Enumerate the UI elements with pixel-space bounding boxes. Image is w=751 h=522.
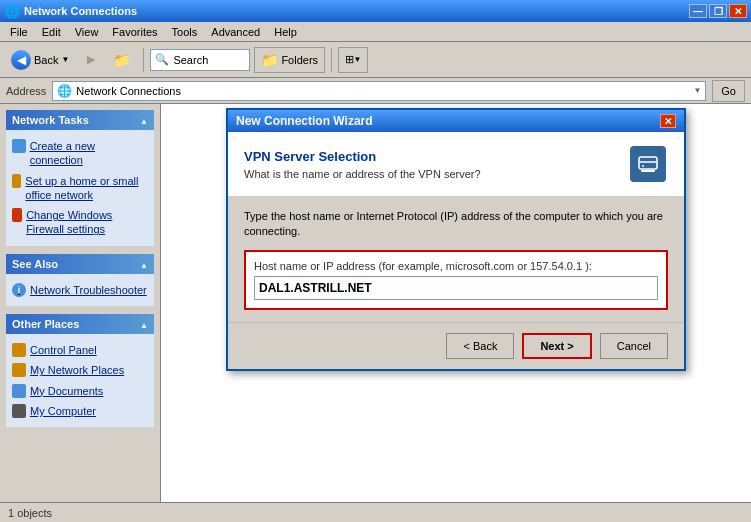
svg-rect-0	[639, 157, 657, 169]
wizard-header-icon	[628, 144, 668, 184]
address-dropdown-icon[interactable]: ▼	[693, 86, 701, 95]
main-content: Network Tasks Create a new connection Se…	[0, 104, 751, 502]
search-box[interactable]: 🔍 Search	[150, 49, 250, 71]
sidebar-item-my-computer[interactable]: My Computer	[10, 401, 150, 421]
wizard-overlay: New Connection Wizard ✕ VPN Server Selec…	[161, 104, 751, 502]
folder-icon: 📁	[261, 52, 278, 68]
wizard-header: VPN Server Selection What is the name or…	[228, 132, 684, 197]
toolbar-separator	[143, 48, 144, 72]
network-tasks-header[interactable]: Network Tasks	[6, 110, 154, 130]
network-tasks-content: Create a new connection Set up a home or…	[6, 130, 154, 246]
see-also-content: i Network Troubleshooter	[6, 274, 154, 306]
file-area: New Connection Wizard ✕ VPN Server Selec…	[160, 104, 751, 502]
sidebar-item-my-documents[interactable]: My Documents	[10, 381, 150, 401]
toolbar-separator-2	[331, 48, 332, 72]
address-icon: 🌐	[57, 84, 72, 98]
status-text: 1 objects	[8, 507, 52, 519]
wizard-section-title: VPN Server Selection	[244, 149, 481, 164]
wizard-footer: < Back Next > Cancel	[228, 322, 684, 369]
minimize-button[interactable]: —	[689, 4, 707, 18]
close-button[interactable]: ✕	[729, 4, 747, 18]
my-documents-icon	[12, 384, 26, 398]
sidebar-section-see-also: See Also i Network Troubleshooter	[6, 254, 154, 306]
vpn-host-input[interactable]	[254, 276, 658, 300]
sidebar-item-firewall[interactable]: Change Windows Firewall settings	[10, 205, 150, 240]
back-label: Back	[34, 54, 58, 66]
other-places-header[interactable]: Other Places	[6, 314, 154, 334]
svg-rect-3	[641, 170, 655, 172]
sidebar-item-create-connection[interactable]: Create a new connection	[10, 136, 150, 171]
see-also-header[interactable]: See Also	[6, 254, 154, 274]
home-office-icon	[12, 174, 21, 188]
back-button[interactable]: ◀ Back ▼	[4, 46, 76, 74]
wizard-description: Type the host name or Internet Protocol …	[244, 209, 668, 240]
forward-icon: ▶	[87, 53, 95, 66]
menu-bar: File Edit View Favorites Tools Advanced …	[0, 22, 751, 42]
address-value: Network Connections	[76, 85, 689, 97]
firewall-icon	[12, 208, 22, 222]
back-arrow-icon: ◀	[11, 50, 31, 70]
menu-edit[interactable]: Edit	[36, 24, 67, 40]
vpn-input-group: Host name or IP address (for example, mi…	[244, 250, 668, 310]
wizard-body: VPN Server Selection What is the name or…	[228, 132, 684, 369]
address-bar: Address 🌐 Network Connections ▼ Go	[0, 78, 751, 104]
search-label[interactable]: Search	[173, 54, 208, 66]
sidebar-item-network-places[interactable]: My Network Places	[10, 360, 150, 380]
menu-help[interactable]: Help	[268, 24, 303, 40]
svg-point-2	[642, 165, 644, 167]
next-button[interactable]: Next >	[522, 333, 591, 359]
up-button[interactable]: 📁	[106, 46, 137, 74]
folders-label: Folders	[281, 54, 318, 66]
view-icon: ⊞	[345, 53, 354, 66]
my-computer-icon	[12, 404, 26, 418]
network-tasks-chevron	[140, 114, 148, 126]
forward-button[interactable]: ▶	[80, 46, 102, 74]
menu-favorites[interactable]: Favorites	[106, 24, 163, 40]
search-icon: 🔍	[155, 53, 169, 66]
address-label: Address	[6, 85, 46, 97]
restore-button[interactable]: ❐	[709, 4, 727, 18]
sidebar-section-network-tasks: Network Tasks Create a new connection Se…	[6, 110, 154, 246]
cancel-button[interactable]: Cancel	[600, 333, 668, 359]
wizard-title-bar: New Connection Wizard ✕	[228, 110, 684, 132]
other-places-chevron	[140, 318, 148, 330]
status-bar: 1 objects	[0, 502, 751, 522]
address-input-container[interactable]: 🌐 Network Connections ▼	[52, 81, 706, 101]
window-controls: — ❐ ✕	[689, 4, 747, 18]
create-connection-icon	[12, 139, 26, 153]
view-button[interactable]: ⊞ ▼	[338, 47, 368, 73]
wizard-title: New Connection Wizard	[236, 114, 373, 128]
sidebar-item-home-office[interactable]: Set up a home or small office network	[10, 171, 150, 206]
control-panel-icon	[12, 343, 26, 357]
menu-view[interactable]: View	[69, 24, 105, 40]
title-bar: 🌐 Network Connections — ❐ ✕	[0, 0, 751, 22]
network-places-icon	[12, 363, 26, 377]
sidebar-item-control-panel[interactable]: Control Panel	[10, 340, 150, 360]
toolbar: ◀ Back ▼ ▶ 📁 🔍 Search 📁 Folders ⊞ ▼	[0, 42, 751, 78]
menu-tools[interactable]: Tools	[166, 24, 204, 40]
back-dropdown-icon[interactable]: ▼	[61, 55, 69, 64]
folders-button[interactable]: 📁 Folders	[254, 47, 325, 73]
window-title: Network Connections	[24, 5, 137, 17]
wizard-content: Type the host name or Internet Protocol …	[228, 197, 684, 322]
go-button[interactable]: Go	[712, 80, 745, 102]
window-icon: 🌐	[4, 4, 20, 19]
view-dropdown-icon[interactable]: ▼	[354, 55, 362, 64]
wizard-section-subtitle: What is the name or address of the VPN s…	[244, 168, 481, 180]
see-also-chevron	[140, 258, 148, 270]
troubleshooter-icon: i	[12, 283, 26, 297]
menu-file[interactable]: File	[4, 24, 34, 40]
other-places-content: Control Panel My Network Places My Docum…	[6, 334, 154, 427]
sidebar-section-other-places: Other Places Control Panel My Network Pl…	[6, 314, 154, 427]
wizard-close-button[interactable]: ✕	[660, 114, 676, 128]
vpn-icon	[630, 146, 666, 182]
sidebar: Network Tasks Create a new connection Se…	[0, 104, 160, 502]
up-icon: 📁	[113, 52, 130, 68]
menu-advanced[interactable]: Advanced	[205, 24, 266, 40]
wizard-header-text: VPN Server Selection What is the name or…	[244, 149, 481, 180]
wizard-window: New Connection Wizard ✕ VPN Server Selec…	[226, 108, 686, 371]
sidebar-item-troubleshooter[interactable]: i Network Troubleshooter	[10, 280, 150, 300]
vpn-input-label: Host name or IP address (for example, mi…	[254, 260, 658, 272]
back-button[interactable]: < Back	[446, 333, 514, 359]
